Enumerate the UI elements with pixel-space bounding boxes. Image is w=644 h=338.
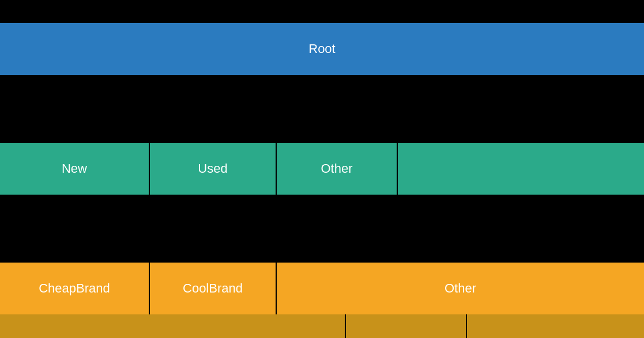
brand-other-label: Other bbox=[445, 281, 476, 296]
gold-bar bbox=[0, 314, 644, 338]
condition-used[interactable]: Used bbox=[150, 143, 277, 195]
brand-cool-label: CoolBrand bbox=[183, 281, 243, 296]
condition-other[interactable]: Other bbox=[277, 143, 398, 195]
condition-new-label: New bbox=[62, 161, 87, 176]
condition-rest bbox=[398, 143, 644, 195]
brand-cool[interactable]: CoolBrand bbox=[150, 263, 277, 314]
gold-segment-2 bbox=[346, 314, 467, 338]
gold-segment-1 bbox=[0, 314, 346, 338]
brand-cheap-label: CheapBrand bbox=[39, 281, 110, 296]
root-bar: Root bbox=[0, 23, 644, 75]
brand-row: CheapBrand CoolBrand Other bbox=[0, 263, 644, 314]
brand-cheap[interactable]: CheapBrand bbox=[0, 263, 150, 314]
condition-row: New Used Other bbox=[0, 143, 644, 195]
gold-segment-3 bbox=[467, 314, 644, 338]
brand-other[interactable]: Other bbox=[277, 263, 644, 314]
condition-other-label: Other bbox=[321, 161, 352, 176]
root-label: Root bbox=[308, 41, 335, 56]
condition-used-label: Used bbox=[198, 161, 227, 176]
condition-new[interactable]: New bbox=[0, 143, 150, 195]
